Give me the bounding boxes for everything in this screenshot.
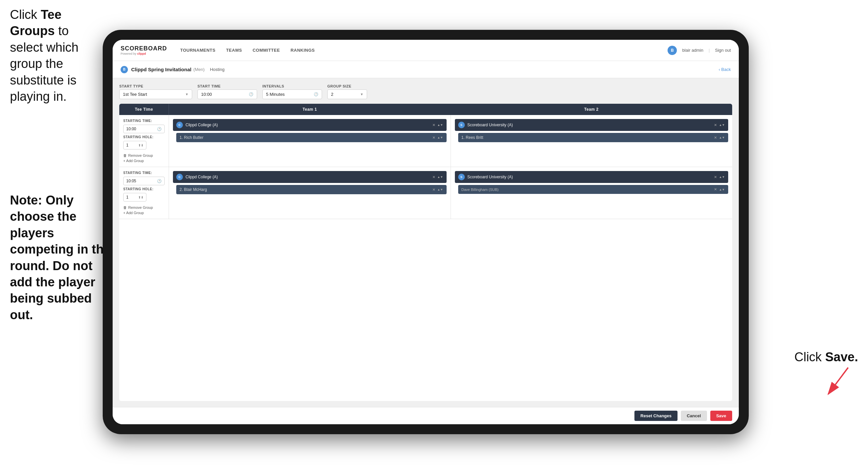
clock-icon: 🕐 [249,92,253,96]
group-size-input[interactable]: 2 ▼ [327,89,367,99]
group-size-label: Group Size [327,84,367,88]
table-body: STARTING TIME: 10:00 🕐 STARTING HOLE: 1 … [119,115,732,401]
trash-icon: 🗑 [123,153,127,157]
tee-actions-2: 🗑 Remove Group + Add Group [123,205,165,215]
gender-label: (Men) [193,67,205,72]
nav-username: blair admin [682,48,703,53]
chevron-down-icon-2: ▼ [360,92,364,96]
click-save-bold: Save. [825,350,858,364]
player-sort-icon-2-1: ▲▼ [719,136,725,139]
navbar: SCOREBOARD Powered by clippd TOURNAMENTS… [113,40,739,61]
nav-rankings[interactable]: RANKINGS [290,47,315,54]
start-time-group: Start Time 10:00 🕐 [197,84,257,99]
team2-card-2[interactable]: S Scoreboard University (A) ✕ ▲▼ [455,171,728,183]
team1-badge-1: C [176,122,183,128]
add-group-btn-2[interactable]: + Add Group [123,211,165,215]
team1-actions-1: ✕ ▲▼ [432,123,443,127]
logo-scoreboard: SCOREBOARD [121,45,167,52]
player-name-1-2: 2. Blair McHarg [180,187,430,192]
nav-tournaments[interactable]: TOURNAMENTS [180,47,215,54]
clock-icon-row2: 🕐 [157,179,162,183]
clock-icon-2: 🕐 [314,92,318,96]
team1-card-1[interactable]: C Clippd College (A) ✕ ▲▼ [173,119,446,131]
player-remove-icon-1-1[interactable]: ✕ [432,136,435,140]
start-type-input[interactable]: 1st Tee Start ▼ [119,89,192,99]
col-team1: Team 1 [169,104,451,115]
team2-card-1[interactable]: S Scoreboard University (A) ✕ ▲▼ [455,119,728,131]
chevron-down-icon: ▼ [185,92,188,96]
team1-col-2: C Clippd College (A) ✕ ▲▼ 2. Blair McHar… [169,167,451,219]
starting-hole-label-2: STARTING HOLE: [123,187,165,191]
logo-powered: Powered by clippd [121,52,167,55]
nav-divider: | [709,48,710,53]
team1-col-1: C Clippd College (A) ✕ ▲▼ 1. Rich Butler [169,115,451,167]
player-remove-icon-1-2[interactable]: ✕ [432,187,435,192]
tee-actions-1: 🗑 Remove Group + Add Group [123,153,165,163]
starting-hole-input-1[interactable]: 1 ⬆⬇ [123,141,147,149]
starting-hole-input-2[interactable]: 1 ⬆⬇ [123,193,147,202]
player-row-1-2[interactable]: 2. Blair McHarg ✕ ▲▼ [176,185,446,194]
sub-header: B Clippd Spring Invitational (Men) Hosti… [113,61,739,78]
tee-left-1: STARTING TIME: 10:00 🕐 STARTING HOLE: 1 … [119,115,169,167]
team1-sort-icon-2: ▲▼ [437,175,443,179]
player-actions-2-1: ✕ ▲▼ [714,136,725,140]
team1-remove-icon-1[interactable]: ✕ [432,123,435,127]
player-row-1-1[interactable]: 1. Rich Butler ✕ ▲▼ [176,133,446,142]
team2-remove-icon-2[interactable]: ✕ [714,175,717,179]
nav-avatar: B [668,46,677,55]
logo-clippd: clippd [137,52,146,55]
team2-sort-icon-1: ▲▼ [719,123,725,126]
team1-name-1: Clippd College (A) [186,123,430,127]
remove-group-btn-2[interactable]: 🗑 Remove Group [123,205,165,209]
tee-teams-2: C Clippd College (A) ✕ ▲▼ 2. Blair McHar… [169,167,732,219]
back-button[interactable]: ‹ Back [719,67,731,72]
tee-left-2: STARTING TIME: 10:05 🕐 STARTING HOLE: 1 … [119,167,169,219]
click-save-label: Click Save. [795,350,858,364]
intervals-label: Intervals [262,84,322,88]
team2-name-1: Scoreboard University (A) [467,123,712,127]
starting-time-input-1[interactable]: 10:00 🕐 [123,125,165,133]
tablet-device: SCOREBOARD Powered by clippd TOURNAMENTS… [103,30,749,434]
trash-icon-2: 🗑 [123,205,127,209]
chevron-down-hole-2: ⬆⬇ [138,196,144,199]
sign-out-link[interactable]: Sign out [715,48,731,53]
starting-time-input-2[interactable]: 10:05 🕐 [123,177,165,185]
annotation-tee-groups-bold: Tee Groups [10,8,62,38]
reset-changes-button[interactable]: Reset Changes [634,411,678,421]
player-name-2-1: 1. Rees Britt [462,135,712,140]
tee-row-2: STARTING TIME: 10:05 🕐 STARTING HOLE: 1 … [119,167,732,219]
save-button[interactable]: Save [710,411,732,421]
annotation-top: Click Tee Groups to select which group t… [0,0,106,111]
nav-links: TOURNAMENTS TEAMS COMMITTEE RANKINGS [180,47,668,54]
team2-remove-icon-1[interactable]: ✕ [714,123,717,127]
starting-hole-label-1: STARTING HOLE: [123,135,165,139]
player-remove-icon-2-2[interactable]: ✕ [714,187,717,192]
team1-actions-2: ✕ ▲▼ [432,175,443,179]
team1-badge-2: C [176,174,183,180]
tee-row: STARTING TIME: 10:00 🕐 STARTING HOLE: 1 … [119,115,732,167]
nav-teams[interactable]: TEAMS [226,47,242,54]
starting-time-label-2: STARTING TIME: [123,171,165,175]
form-row: Start Type 1st Tee Start ▼ Start Time 10… [119,84,732,99]
start-time-input[interactable]: 10:00 🕐 [197,89,257,99]
player-remove-icon-2-1[interactable]: ✕ [714,136,717,140]
group-size-value: 2 [331,92,333,97]
start-time-value: 10:00 [201,92,212,97]
team2-badge-2: S [458,174,465,180]
player-actions-2-2: ✕ ▲▼ [714,187,725,192]
intervals-input[interactable]: 5 Minutes 🕐 [262,89,322,99]
team1-card-2[interactable]: C Clippd College (A) ✕ ▲▼ [173,171,446,183]
svg-line-3 [828,368,848,394]
player-row-2-2[interactable]: Dave Billingham (SUB) ✕ ▲▼ [458,185,728,194]
nav-right: B blair admin | Sign out [668,46,731,55]
player-row-2-1[interactable]: 1. Rees Britt ✕ ▲▼ [458,133,728,142]
team2-name-2: Scoreboard University (A) [467,175,712,179]
nav-committee[interactable]: COMMITTEE [252,47,280,54]
add-group-btn-1[interactable]: + Add Group [123,159,165,163]
remove-group-btn-1[interactable]: 🗑 Remove Group [123,153,165,157]
tee-table: Tee Time Team 1 Team 2 STARTING TIME: 10… [119,104,732,401]
sub-header-badge: B [121,66,128,73]
cancel-button[interactable]: Cancel [681,411,707,421]
team1-remove-icon-2[interactable]: ✕ [432,175,435,179]
footer-bar: Reset Changes Cancel Save [113,407,739,424]
